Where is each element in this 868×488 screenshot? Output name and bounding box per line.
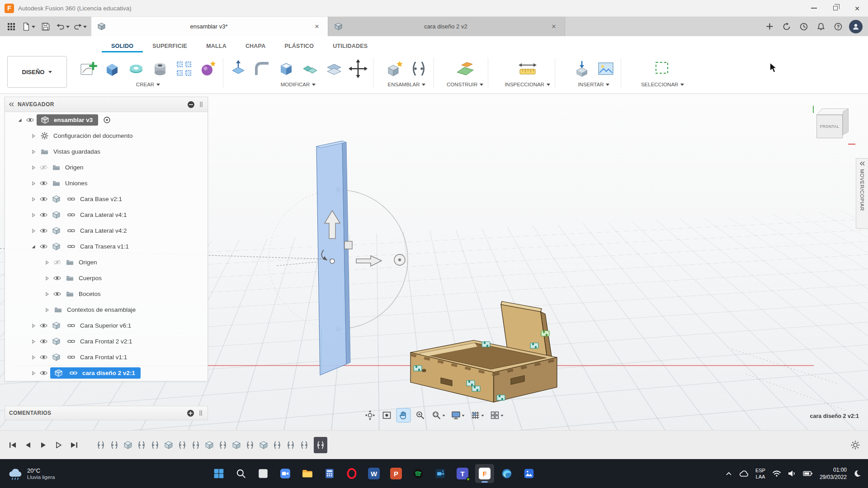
crear-menu[interactable]: CREAR — [136, 81, 160, 88]
fillet-button[interactable] — [252, 58, 273, 79]
timeline-current-marker[interactable] — [314, 437, 327, 453]
ribbon-tab-plastico[interactable]: PLÁSTICO — [275, 39, 323, 52]
zoom-button[interactable] — [414, 408, 427, 422]
navigator-item-cara-trasera-v1-1[interactable]: Cara Trasera v1:1 — [5, 239, 208, 254]
new-component-button[interactable] — [384, 58, 405, 79]
display-settings-button[interactable] — [450, 408, 466, 422]
modificar-menu[interactable]: MODIFICAR — [281, 81, 316, 88]
measure-button[interactable] — [517, 58, 538, 79]
ribbon-tab-malla[interactable]: MALLA — [197, 39, 236, 52]
expand-arrow-icon[interactable] — [29, 181, 38, 186]
expand-arrow-icon[interactable] — [29, 197, 38, 202]
view-cube[interactable]: FRONTAL — [809, 106, 856, 146]
selected-item-pill[interactable]: cara diseño 2 v2:1 — [50, 367, 141, 379]
taskbar-app-task-view[interactable] — [254, 464, 273, 483]
navigator-item-ensamblar-v3[interactable]: ensamblar v3 — [5, 112, 208, 128]
ribbon-tab-chapa[interactable]: CHAPA — [236, 39, 275, 52]
navigator-item-vistas-guardadas[interactable]: Vistas guardadas — [5, 144, 208, 160]
insert-canvas-button[interactable] — [595, 58, 616, 79]
navigator-item-cara-lateral-v4-2[interactable]: Cara Lateral v4:2 — [5, 223, 208, 239]
clock-widget[interactable]: 01:00 29/03/2022 — [820, 466, 847, 481]
taskbar-app-word[interactable]: W — [364, 464, 383, 483]
expand-panel-icon[interactable] — [187, 409, 194, 417]
expand-arrow-icon[interactable] — [43, 292, 51, 296]
panel-grip-icon[interactable] — [198, 102, 204, 107]
timeline-feature-component[interactable] — [122, 438, 134, 452]
orbit-button[interactable] — [363, 408, 377, 422]
visibility-eye-icon[interactable] — [38, 195, 49, 203]
timeline-feature-component[interactable] — [163, 438, 175, 452]
language-indicator[interactable]: ESP LAA — [755, 467, 765, 480]
visibility-eye-off-icon[interactable] — [38, 164, 49, 171]
collapse-arrow-icon[interactable] — [16, 118, 24, 122]
manipulator-plane-handle[interactable] — [344, 241, 352, 249]
navigator-item-contextos-de-ensamblaje[interactable]: Contextos de ensamblaje — [5, 302, 208, 318]
taskbar-app-start[interactable] — [209, 464, 228, 483]
visibility-eye-icon[interactable] — [38, 338, 49, 345]
focus-assist-moon-icon[interactable] — [854, 470, 861, 477]
move-copy-button[interactable] — [348, 58, 368, 79]
visibility-eye-icon[interactable] — [38, 353, 49, 361]
create-sketch-button[interactable] — [78, 58, 99, 79]
expand-arrow-icon[interactable] — [29, 339, 38, 344]
taskbar-app-powerpoint[interactable]: P — [387, 464, 406, 483]
volume-icon[interactable] — [788, 470, 796, 477]
close-tab-icon[interactable]: × — [312, 23, 321, 31]
expand-left-icon[interactable] — [859, 161, 865, 166]
timeline-step-forward-button[interactable] — [53, 440, 64, 450]
wifi-icon[interactable] — [772, 470, 781, 477]
taskbar-app-calculator[interactable] — [320, 464, 339, 483]
taskbar-app-teams[interactable]: T — [453, 464, 472, 483]
notifications-button[interactable] — [815, 20, 827, 33]
expand-arrow-icon[interactable] — [29, 150, 38, 154]
redo-button[interactable] — [72, 19, 88, 34]
inspeccionar-menu[interactable]: INSPECCIONAR — [505, 81, 550, 88]
view-cube-right-face[interactable] — [843, 108, 849, 135]
collapse-panel-icon[interactable] — [187, 101, 195, 108]
taskbar-app-chat[interactable] — [276, 464, 295, 483]
combine-button[interactable] — [300, 58, 321, 79]
browser-header[interactable]: NAVEGADOR — [5, 97, 208, 112]
view-cube-front-face[interactable]: FRONTAL — [816, 115, 843, 138]
collapse-arrow-icon[interactable] — [29, 244, 38, 249]
revolve-button[interactable] — [126, 58, 146, 79]
taskbar-weather-widget[interactable]: 20°C Lluvia ligera — [7, 467, 116, 480]
file-menu-button[interactable] — [21, 19, 36, 34]
visibility-eye-icon[interactable] — [51, 274, 63, 282]
navigator-item-uniones[interactable]: Uniones — [5, 175, 208, 191]
extrude-button[interactable] — [102, 58, 123, 79]
undo-button[interactable] — [55, 19, 71, 34]
navigator-item-cara-base-v2-1[interactable]: Cara Base v2:1 — [5, 191, 208, 207]
timeline-feature-joint[interactable] — [244, 438, 256, 452]
visibility-eye-icon[interactable] — [38, 179, 49, 187]
visibility-eye-icon[interactable] — [24, 116, 36, 124]
ensamblar-menu[interactable]: ENSAMBLAR — [388, 81, 426, 88]
battery-icon[interactable] — [803, 470, 813, 477]
navigator-item-cuerpos[interactable]: Cuerpos — [5, 270, 208, 286]
document-tab-ensamblar-v3[interactable]: ensamblar v3*× — [91, 17, 328, 36]
timeline-feature-joint[interactable] — [136, 438, 147, 452]
close-tab-icon[interactable]: × — [549, 23, 558, 31]
expand-arrow-icon[interactable] — [29, 324, 38, 328]
restore-button[interactable] — [825, 0, 846, 16]
manipulator-right-arrow[interactable] — [356, 256, 382, 266]
timeline-step-back-button[interactable] — [23, 440, 33, 450]
navigator-item-bocetos[interactable]: Bocetos — [5, 286, 208, 302]
visibility-eye-icon[interactable] — [51, 290, 63, 298]
onedrive-cloud-icon[interactable] — [739, 470, 749, 477]
taskbar-app-fusion-360[interactable]: F — [475, 464, 494, 483]
viewports-button[interactable] — [489, 408, 505, 422]
navigator-item-origen[interactable]: Origen — [5, 160, 208, 175]
grid-settings-button[interactable] — [469, 408, 486, 422]
visibility-eye-icon[interactable] — [38, 322, 49, 329]
expand-arrow-icon[interactable] — [29, 134, 38, 138]
job-status-button[interactable] — [780, 20, 793, 33]
panel-grip-icon[interactable] — [198, 410, 203, 416]
document-tab-cara-diseno-2-v2[interactable]: cara diseño 2 v2× — [328, 17, 565, 36]
navigator-item-cara-diseno-2-v2-1[interactable]: cara diseño 2 v2:1 — [5, 365, 208, 381]
timeline-go-end-button[interactable] — [69, 440, 80, 450]
hole-button[interactable] — [150, 58, 170, 79]
seleccionar-menu[interactable]: SELECCIONAR — [641, 81, 684, 88]
ribbon-tab-superficie[interactable]: SUPERFICIE — [143, 39, 197, 52]
taskbar-app-opera[interactable] — [342, 464, 361, 483]
